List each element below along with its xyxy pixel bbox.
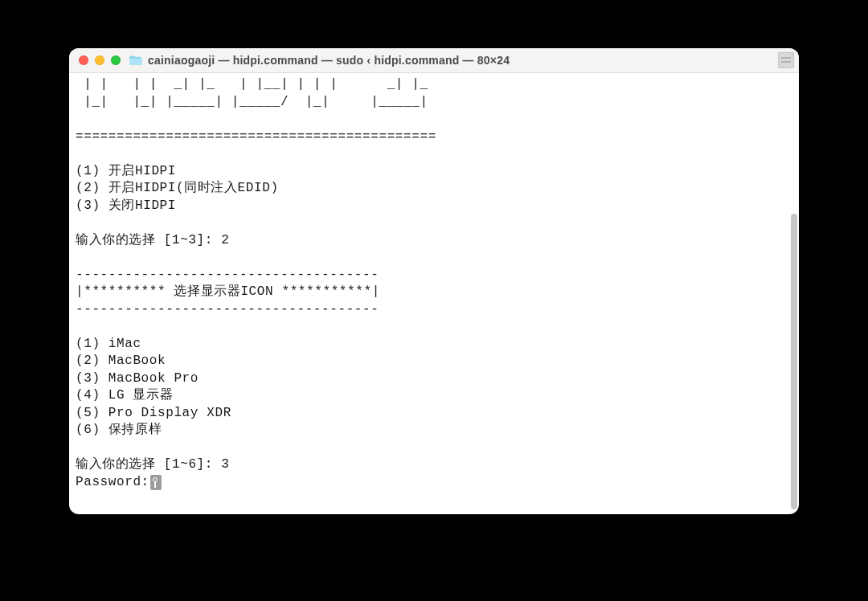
menu1-item: (2) 开启HIDPI(同时注入EDID) [76, 181, 279, 195]
divider: ========================================… [76, 129, 436, 144]
menu1-item: (3) 关闭HIDPI [76, 198, 176, 213]
menu2-item: (4) LG 显示器 [76, 388, 173, 403]
section-dash: ------------------------------------- [76, 302, 379, 317]
terminal-content-wrap: | | | | _| |_ | |__| | | | _| |_ |_| |_|… [69, 73, 799, 514]
password-label: Password: [76, 474, 149, 492]
titlebar[interactable]: cainiaogaoji — hidpi.command — sudo ‹ hi… [69, 48, 799, 73]
window-title: cainiaogaoji — hidpi.command — sudo ‹ hi… [148, 54, 510, 67]
close-icon[interactable] [79, 55, 88, 65]
menu2-item: (1) iMac [76, 337, 141, 351]
menu2-prompt: 输入你的选择 [1~6]: 3 [76, 457, 229, 472]
vertical-scrollbar[interactable] [791, 125, 797, 513]
document-icon[interactable] [778, 52, 794, 68]
section-dash: ------------------------------------- [76, 268, 379, 282]
menu2-item: (5) Pro Display XDR [76, 406, 231, 420]
menu2-item: (6) 保持原样 [76, 423, 162, 437]
section-title: |********** 选择显示器ICON ***********| [76, 284, 380, 299]
menu2-item: (3) MacBook Pro [76, 371, 199, 386]
ascii-art-line: | | | | _| |_ | |__| | | | _| |_ [76, 77, 436, 92]
terminal-output[interactable]: | | | | _| |_ | |__| | | | _| |_ |_| |_|… [69, 73, 799, 514]
minimize-icon[interactable] [95, 55, 104, 65]
zoom-icon[interactable] [111, 55, 121, 65]
window-controls [79, 55, 121, 65]
scrollbar-thumb[interactable] [791, 214, 797, 509]
menu1-item: (1) 开启HIDPI [76, 164, 176, 178]
ascii-art-line: |_| |_| |_____| |_____/ |_| |_____| [76, 95, 428, 109]
key-icon [150, 475, 162, 490]
terminal-window: cainiaogaoji — hidpi.command — sudo ‹ hi… [69, 48, 799, 514]
menu2-item: (2) MacBook [76, 354, 166, 368]
menu1-prompt: 输入你的选择 [1~3]: 2 [76, 233, 229, 247]
folder-icon [129, 55, 143, 66]
